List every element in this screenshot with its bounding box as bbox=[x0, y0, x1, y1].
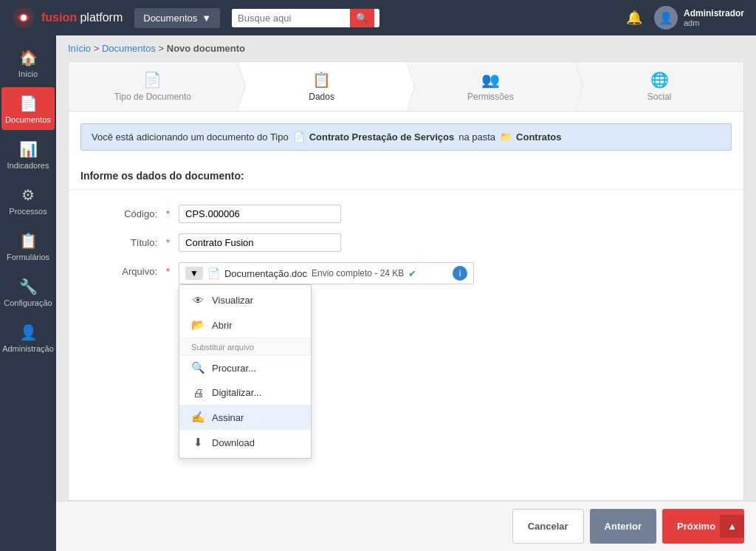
code-required-star: * bbox=[166, 205, 170, 219]
admin-icon: 👤 bbox=[19, 324, 38, 341]
sidebar-item-inicio[interactable]: 🏠 Início bbox=[1, 41, 55, 84]
gear-icon: ⚙ bbox=[21, 186, 35, 204]
title-input[interactable] bbox=[179, 233, 341, 252]
sidebar-item-administracao[interactable]: 👤 Administração bbox=[1, 316, 55, 359]
tab-tipo-documento[interactable]: 📄 Tipo de Documento bbox=[69, 62, 238, 111]
tipo-doc-icon: 📄 bbox=[293, 131, 305, 143]
top-navigation: fusion platform Documentos ▼ 🔍 🔔 👤 Admin… bbox=[0, 0, 756, 35]
document-tab-icon: 📄 bbox=[143, 71, 162, 89]
tab-permissoes[interactable]: 👥 Permissões bbox=[407, 62, 576, 111]
tab-social[interactable]: 🌐 Social bbox=[575, 62, 743, 111]
logo-text: fusion platform bbox=[41, 11, 123, 24]
cancel-button[interactable]: Cancelar bbox=[512, 509, 584, 544]
next-button[interactable]: Próximo ▲ bbox=[662, 509, 744, 544]
chart-icon: 📊 bbox=[19, 140, 38, 158]
tab-arrow-inner-active bbox=[406, 61, 414, 112]
download-icon: ⬇ bbox=[191, 436, 205, 449]
form-icon: 📋 bbox=[19, 232, 38, 250]
social-tab-icon: 🌐 bbox=[650, 71, 669, 89]
scan-icon: 🖨 bbox=[191, 386, 205, 399]
form-body: Código: * Título: * Arquivo: * bbox=[69, 190, 743, 309]
file-check-icon: ✔ bbox=[408, 268, 416, 279]
sidebar-item-configuracao[interactable]: 🔧 Configuração bbox=[1, 270, 55, 313]
footer-bar: Cancelar Anterior Próximo ▲ bbox=[56, 501, 756, 551]
dropdown-item-visualizar[interactable]: 👁 Visualizar bbox=[179, 288, 311, 312]
form-section-title: Informe os dados do documento: bbox=[69, 162, 743, 190]
info-banner: Você está adicionando um documento do Ti… bbox=[80, 123, 732, 151]
sign-icon: ✍ bbox=[191, 411, 205, 424]
config-icon: 🔧 bbox=[19, 278, 38, 295]
home-icon: 🏠 bbox=[19, 49, 38, 66]
search-icon: 🔍 bbox=[356, 13, 368, 24]
svg-point-1 bbox=[21, 15, 27, 21]
file-required-star: * bbox=[166, 262, 170, 277]
breadcrumb-inicio[interactable]: Início bbox=[68, 43, 91, 54]
file-info-button[interactable]: i bbox=[453, 266, 467, 281]
code-row: Código: * bbox=[98, 205, 714, 223]
permissions-tab-icon: 👥 bbox=[481, 71, 500, 89]
title-required-star: * bbox=[166, 233, 170, 248]
logo-icon bbox=[12, 6, 35, 30]
tab-arrow-inner bbox=[237, 61, 245, 112]
dropdown-item-abrir[interactable]: 📂 Abrir bbox=[179, 312, 311, 338]
user-info: Administrador adm bbox=[684, 8, 744, 27]
tab-arrow-inner-perm bbox=[574, 61, 583, 112]
code-input[interactable] bbox=[179, 205, 341, 223]
tab-dados[interactable]: 📋 Dados bbox=[238, 62, 407, 111]
code-label: Código: bbox=[98, 205, 157, 219]
sidebar: 🏠 Início 📄 Documentos 📊 Indicadores ⚙ Pr… bbox=[0, 35, 56, 551]
file-label: Arquivo: bbox=[98, 262, 157, 277]
notification-bell-icon[interactable]: 🔔 bbox=[626, 10, 642, 26]
user-menu[interactable]: 👤 Administrador adm bbox=[654, 6, 744, 30]
pasta-icon: 📁 bbox=[500, 131, 512, 143]
main-content: Início > Documentos > Novo documento 📄 T… bbox=[56, 35, 756, 551]
file-type-icon: 📄 bbox=[207, 267, 220, 279]
search-input[interactable] bbox=[232, 9, 350, 27]
sidebar-item-indicadores[interactable]: 📊 Indicadores bbox=[1, 133, 55, 176]
wizard-tabs: 📄 Tipo de Documento 📋 Dados 👥 Permissões… bbox=[68, 61, 744, 111]
dropdown-item-digitalizar[interactable]: 🖨 Digitalizar... bbox=[179, 380, 311, 405]
title-row: Título: * bbox=[98, 233, 714, 252]
sidebar-item-documentos[interactable]: 📄 Documentos bbox=[1, 87, 55, 130]
breadcrumb-documentos[interactable]: Documentos bbox=[102, 43, 156, 54]
file-dropdown-button[interactable]: ▼ bbox=[185, 267, 203, 280]
next-arrow-icon: ▲ bbox=[720, 515, 744, 538]
data-tab-icon: 📋 bbox=[312, 71, 331, 89]
file-field-container: ▼ 📄 Documentação.doc Envio completo - 24… bbox=[179, 262, 474, 284]
dropdown-section-substituir: Substituir arquivo bbox=[179, 338, 311, 355]
user-avatar-icon: 👤 bbox=[659, 11, 673, 25]
dropdown-item-assinar[interactable]: ✍ Assinar bbox=[179, 405, 311, 430]
title-label: Título: bbox=[98, 233, 157, 248]
chevron-down-icon: ▼ bbox=[202, 13, 211, 24]
nav-documentos-dropdown[interactable]: Documentos ▼ bbox=[134, 8, 220, 28]
search-small-icon: 🔍 bbox=[191, 361, 205, 374]
search-button[interactable]: 🔍 bbox=[350, 9, 374, 27]
form-card: Você está adicionando um documento do Ti… bbox=[68, 111, 744, 501]
dropdown-item-procurar[interactable]: 🔍 Procurar... bbox=[179, 355, 311, 380]
search-bar: 🔍 bbox=[232, 9, 379, 27]
folder-open-icon: 📂 bbox=[191, 318, 205, 332]
file-status: Envio completo - 24 KB bbox=[312, 268, 404, 278]
main-layout: 🏠 Início 📄 Documentos 📊 Indicadores ⚙ Pr… bbox=[0, 35, 756, 551]
breadcrumb-current: Novo documento bbox=[167, 43, 245, 54]
eye-icon: 👁 bbox=[191, 294, 205, 307]
dropdown-item-download[interactable]: ⬇ Download bbox=[179, 430, 311, 455]
avatar: 👤 bbox=[654, 6, 678, 30]
file-dropdown-menu: 👁 Visualizar 📂 Abrir Substituir arquivo bbox=[179, 284, 312, 459]
file-field: ▼ 📄 Documentação.doc Envio completo - 24… bbox=[179, 262, 474, 284]
sidebar-item-formularios[interactable]: 📋 Formulários bbox=[1, 225, 55, 267]
file-name: Documentação.doc bbox=[224, 268, 307, 279]
document-icon: 📄 bbox=[19, 95, 38, 112]
prev-button[interactable]: Anterior bbox=[590, 509, 657, 544]
file-row: Arquivo: * ▼ 📄 Documentação.doc Envio co… bbox=[98, 262, 714, 284]
logo: fusion platform bbox=[12, 6, 123, 30]
sidebar-item-processos[interactable]: ⚙ Processos bbox=[1, 179, 55, 222]
breadcrumb: Início > Documentos > Novo documento bbox=[56, 35, 756, 61]
